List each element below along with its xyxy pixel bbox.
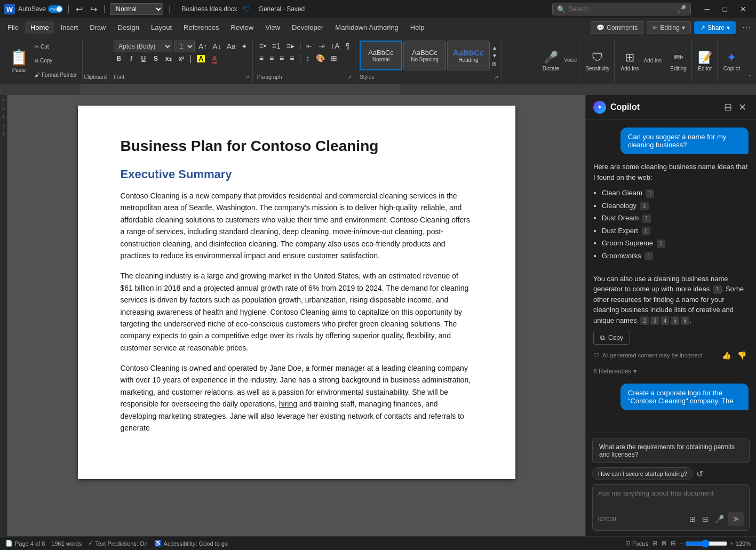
ribbon-expand-icon[interactable]: ⋯ — [739, 21, 754, 34]
subscript-button[interactable]: x₂ — [163, 54, 174, 63]
multilevel-list-button[interactable]: ≡▸ — [284, 41, 297, 51]
tab-draw[interactable]: Draw — [84, 21, 111, 34]
borders-button[interactable]: ⊞ — [329, 53, 339, 63]
font-row1: Aptos (Body) 12 A↑ A↓ Aa ✦ — [114, 41, 249, 52]
comments-button[interactable]: 💬 Comments — [591, 21, 643, 34]
refresh-prompts-button[interactable]: ↺ — [696, 467, 703, 480]
paragraph-expand-icon[interactable]: ↗ — [347, 74, 352, 80]
sensitivity-button[interactable]: 🛡 Sensitivity — [583, 49, 612, 73]
references-row[interactable]: 6 References ▾ — [593, 366, 749, 376]
grid-icon[interactable]: ⊟ — [700, 514, 711, 524]
font-expand-icon[interactable]: ↗ — [245, 74, 249, 80]
justify-button[interactable]: ≡ — [288, 53, 296, 63]
styles-expand[interactable]: ⊞ — [491, 60, 498, 68]
styles-scroll-up[interactable]: ▲ — [491, 44, 498, 52]
format-painter-button[interactable]: 🖌 Format Painter — [33, 71, 79, 78]
styles-expand-icon[interactable]: ↗ — [494, 74, 498, 80]
print-layout-button[interactable]: ⊞ — [652, 540, 657, 547]
chat-input[interactable] — [598, 489, 744, 508]
style-normal[interactable]: AaBbCc Normal — [360, 41, 402, 70]
thumbs-down-button[interactable]: 👎 — [735, 349, 749, 362]
shading-button[interactable]: 🎨 — [314, 53, 327, 63]
microphone-icon[interactable]: 🎤 — [677, 5, 686, 13]
copy-button-ai[interactable]: ⧉ Copy — [593, 331, 630, 345]
zoom-in-button[interactable]: + — [730, 540, 733, 547]
addins-button[interactable]: ⊞ Add-ins — [618, 49, 641, 73]
share-button[interactable]: ↗ Share ▾ — [694, 21, 736, 34]
tab-layout[interactable]: Layout — [146, 21, 177, 34]
style-heading1[interactable]: AaBbCc Heading — [447, 41, 490, 70]
close-button[interactable]: ✕ — [735, 3, 752, 15]
align-left-button[interactable]: ≡ — [257, 53, 266, 63]
send-button[interactable]: ➤ — [728, 512, 744, 526]
style-dropdown[interactable]: Normal — [110, 3, 163, 15]
copilot-close-button[interactable]: ✕ — [736, 100, 749, 114]
ribbon-collapse-button[interactable]: ⌃ — [746, 73, 753, 81]
read-mode-button[interactable]: ⊟ — [671, 540, 675, 547]
editing-button[interactable]: ✏ Editing ▾ — [647, 21, 691, 34]
bold-button[interactable]: B — [114, 54, 124, 63]
style-normal-label: Normal — [372, 57, 389, 62]
font-size-decrease-button[interactable]: A↓ — [211, 42, 222, 51]
decrease-indent-button[interactable]: ⇤ — [304, 41, 315, 51]
underline-button[interactable]: U — [138, 54, 149, 63]
zoom-slider[interactable] — [685, 539, 728, 548]
strikethrough-button[interactable]: S — [150, 54, 161, 63]
editor-button[interactable]: 📝 Editor — [695, 49, 715, 73]
superscript-button[interactable]: x² — [176, 54, 187, 63]
sort-button[interactable]: ↕A — [329, 41, 341, 51]
line-spacing-button[interactable]: ↕ — [304, 53, 312, 63]
paste-button[interactable]: 📋 Paste — [6, 41, 31, 81]
maximize-button[interactable]: □ — [718, 3, 733, 15]
font-size-increase-button[interactable]: A↑ — [197, 42, 209, 51]
tab-insert[interactable]: Insert — [55, 21, 84, 34]
dictate-button[interactable]: 🎤 Dictate — [540, 49, 562, 73]
cut-button[interactable]: ✂ Cut — [33, 43, 79, 50]
search-box[interactable]: 🔍 🎤 — [552, 3, 691, 15]
attach-icon[interactable]: ⊞ — [687, 514, 698, 524]
copilot-ribbon-button[interactable]: ✦ Copilot — [721, 49, 743, 73]
show-paragraph-button[interactable]: ¶ — [343, 41, 352, 51]
left-scrollbar: 4 5 6 7 8 — [0, 95, 7, 536]
copy-button[interactable]: ⧉ Copy — [33, 57, 79, 65]
tab-help[interactable]: Help — [405, 21, 430, 34]
tab-markdown[interactable]: Markdown Authoring — [330, 21, 404, 34]
font-name-select[interactable]: Aptos (Body) — [114, 41, 172, 52]
thumbs-up-button[interactable]: 👍 — [720, 349, 733, 362]
tab-references[interactable]: References — [178, 21, 224, 34]
tab-view[interactable]: View — [260, 21, 285, 34]
align-center-button[interactable]: ≡ — [267, 53, 276, 63]
copilot-ribbon-group: ✦ Copilot — [719, 39, 745, 82]
hiring-link[interactable]: hiring — [279, 400, 297, 408]
copilot-minimize-button[interactable]: ⊟ — [722, 100, 734, 114]
zoom-out-button[interactable]: − — [680, 540, 683, 547]
tab-design[interactable]: Design — [113, 21, 145, 34]
font-size-select[interactable]: 12 — [174, 41, 195, 52]
tab-file[interactable]: File — [2, 21, 24, 34]
italic-button[interactable]: I — [126, 54, 137, 63]
bullets-button[interactable]: ≡• — [257, 41, 268, 51]
autosave-toggle[interactable]: On — [48, 5, 63, 13]
style-no-spacing[interactable]: AaBbCc No Spacing — [403, 41, 446, 70]
font-color-button[interactable]: A — [209, 54, 220, 63]
undo-button[interactable]: ↩ — [74, 3, 85, 15]
change-case-button[interactable]: Aa — [225, 42, 237, 51]
focus-button[interactable]: ⊡ Focus — [625, 540, 648, 547]
quick-prompt-funding[interactable]: How can I secure startup funding? — [592, 467, 693, 480]
align-right-button[interactable]: ≡ — [277, 53, 286, 63]
redo-button[interactable]: ↪ — [88, 3, 99, 15]
mic-icon[interactable]: 🎤 — [713, 514, 726, 524]
tab-review[interactable]: Review — [226, 21, 259, 34]
web-layout-button[interactable]: ⊠ — [662, 540, 666, 547]
editing-ribbon-button[interactable]: ✏ Editing — [667, 49, 689, 73]
clear-formatting-button[interactable]: ✦ — [240, 42, 249, 51]
search-input[interactable] — [569, 5, 674, 13]
highlight-color-button[interactable]: A — [194, 54, 208, 63]
styles-scroll-down[interactable]: ▼ — [491, 52, 498, 60]
numbering-button[interactable]: ≡1 — [270, 41, 283, 51]
tab-home[interactable]: Home — [25, 21, 54, 34]
minimize-button[interactable]: ─ — [699, 3, 715, 15]
tab-developer[interactable]: Developer — [287, 21, 329, 34]
increase-indent-button[interactable]: ⇥ — [316, 41, 327, 51]
para-divider1: | — [299, 41, 301, 51]
